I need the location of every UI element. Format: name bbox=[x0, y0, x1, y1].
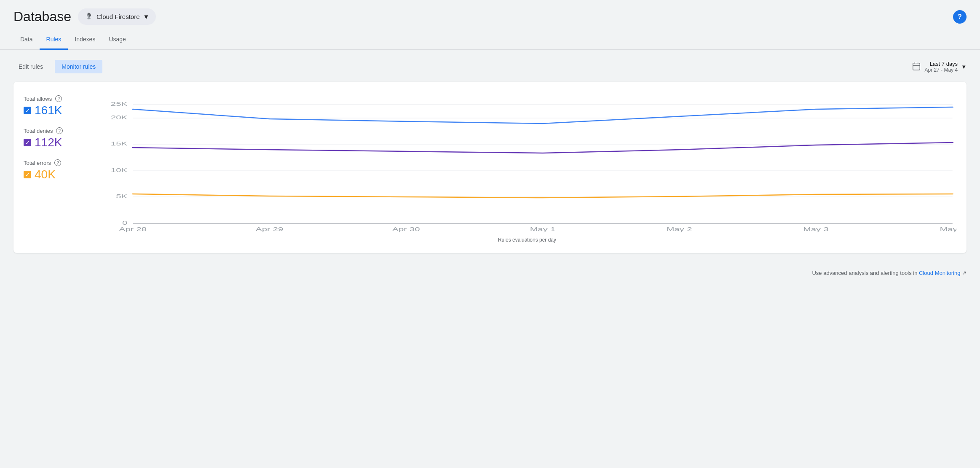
chart-card: Total allows ? ✓ 161K Total denies ? ✓ bbox=[13, 82, 967, 253]
footer-text: Use advanced analysis and alerting tools… bbox=[812, 270, 919, 276]
svg-text:Apr 28: Apr 28 bbox=[119, 226, 147, 232]
denies-label: Total denies bbox=[24, 128, 53, 134]
dropdown-icon: ▼ bbox=[143, 13, 150, 20]
chart-container: 0 5K 10K 15K 20K 25K bbox=[98, 92, 956, 235]
cloud-firestore-selector[interactable]: Cloud Firestore ▼ bbox=[78, 8, 156, 25]
tab-usage[interactable]: Usage bbox=[102, 30, 132, 50]
errors-line bbox=[133, 194, 952, 198]
help-button[interactable]: ? bbox=[953, 10, 967, 24]
errors-label: Total errors bbox=[24, 160, 51, 166]
chart-x-axis-label: Rules evaluations per day bbox=[98, 237, 956, 243]
external-link-icon: ↗ bbox=[962, 270, 967, 276]
allows-label: Total allows bbox=[24, 96, 52, 102]
date-range-sub: Apr 27 - May 4 bbox=[924, 67, 958, 73]
svg-text:20K: 20K bbox=[111, 115, 128, 120]
date-dropdown-icon: ▼ bbox=[961, 64, 967, 70]
allows-help-icon[interactable]: ? bbox=[55, 95, 62, 102]
cloud-firestore-label: Cloud Firestore bbox=[96, 13, 140, 20]
monitor-rules-button[interactable]: Monitor rules bbox=[55, 60, 102, 73]
denies-help-icon[interactable]: ? bbox=[56, 127, 63, 134]
edit-rules-button[interactable]: Edit rules bbox=[13, 60, 48, 73]
allows-line bbox=[133, 107, 952, 124]
errors-value: 40K bbox=[35, 168, 56, 181]
date-range-label: Last 7 days bbox=[924, 61, 958, 67]
calendar-icon bbox=[912, 62, 921, 72]
page-title: Database bbox=[13, 9, 71, 24]
footer: Use advanced analysis and alerting tools… bbox=[0, 263, 980, 283]
allows-value: 161K bbox=[35, 104, 62, 117]
cloud-monitoring-link[interactable]: Cloud Monitoring bbox=[919, 270, 960, 276]
svg-text:Apr 30: Apr 30 bbox=[392, 226, 420, 232]
chart-legend: Total allows ? ✓ 161K Total denies ? ✓ bbox=[24, 92, 91, 243]
svg-text:0: 0 bbox=[122, 220, 127, 226]
allows-checkbox[interactable]: ✓ bbox=[24, 107, 31, 114]
denies-value: 112K bbox=[35, 136, 62, 149]
svg-text:May 3: May 3 bbox=[803, 226, 829, 232]
svg-text:25K: 25K bbox=[111, 101, 128, 107]
svg-text:Apr 29: Apr 29 bbox=[256, 226, 284, 232]
svg-text:15K: 15K bbox=[111, 141, 128, 146]
legend-denies: Total denies ? ✓ 112K bbox=[24, 127, 91, 149]
date-range-picker[interactable]: Last 7 days Apr 27 - May 4 ▼ bbox=[912, 61, 967, 73]
tab-indexes[interactable]: Indexes bbox=[68, 30, 102, 50]
chart-area: 0 5K 10K 15K 20K 25K bbox=[98, 92, 956, 243]
legend-errors: Total errors ? ✓ 40K bbox=[24, 159, 91, 181]
svg-rect-0 bbox=[913, 63, 920, 70]
firestore-icon bbox=[85, 12, 93, 22]
tab-rules[interactable]: Rules bbox=[40, 30, 68, 50]
svg-text:May 1: May 1 bbox=[530, 226, 556, 232]
denies-checkbox[interactable]: ✓ bbox=[24, 139, 31, 146]
toolbar: Edit rules Monitor rules Last 7 days Apr… bbox=[13, 60, 967, 73]
svg-text:5K: 5K bbox=[116, 194, 127, 199]
line-chart-svg: 0 5K 10K 15K 20K 25K bbox=[98, 92, 956, 235]
nav-tabs: Data Rules Indexes Usage bbox=[0, 30, 980, 50]
svg-text:May 2: May 2 bbox=[667, 226, 692, 232]
errors-help-icon[interactable]: ? bbox=[54, 159, 61, 166]
legend-allows: Total allows ? ✓ 161K bbox=[24, 95, 91, 117]
errors-checkbox[interactable]: ✓ bbox=[24, 171, 31, 178]
tab-data[interactable]: Data bbox=[13, 30, 40, 50]
svg-text:10K: 10K bbox=[111, 167, 128, 173]
svg-text:May 4: May 4 bbox=[940, 226, 956, 232]
